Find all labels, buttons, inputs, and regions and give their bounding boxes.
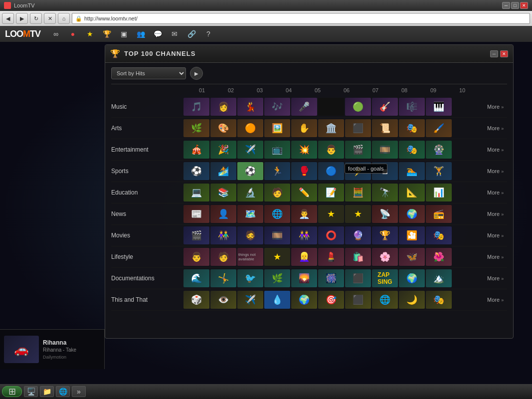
thumb-that-9[interactable]: 🌙 [399,291,425,309]
chat-icon[interactable]: 💬 [151,27,164,40]
address-bar[interactable]: 🔒 http://www.loomtv.net/ [72,13,530,24]
thumb-ent-3[interactable]: ✈️ [237,141,263,159]
screen-icon[interactable]: ▣ [117,27,130,40]
thumb-arts-6[interactable]: 🏛️ [318,119,344,137]
thumb-that-1[interactable]: 🎲 [183,291,209,309]
thumb-life-3[interactable]: things not available [237,248,263,266]
thumb-doc-6[interactable]: 🎆 [318,269,344,287]
thumb-edu-7[interactable]: 🧮 [345,184,371,201]
thumb-that-10[interactable]: 🎭 [426,291,452,309]
play-button[interactable]: ▶ [190,67,203,80]
link-icon[interactable]: 🔗 [185,27,198,40]
thumb-edu-6[interactable]: 📝 [318,184,344,201]
thumb-mov-3[interactable]: 🧔 [237,226,263,244]
thumb-doc-8[interactable]: ZAPSING [372,269,398,287]
thumb-edu-3[interactable]: 🔬 [237,184,263,201]
forward-button[interactable]: ▶ [16,13,28,24]
thumb-doc-4[interactable]: 🌿 [264,269,290,287]
thumb-ent-1[interactable]: 🎪 [183,141,209,159]
thumb-that-4[interactable]: 💧 [264,291,290,309]
thumb-life-2[interactable]: 🧑 [210,248,236,266]
thumb-news-7[interactable]: ★ [345,205,371,223]
thumb-life-7[interactable]: 🛍️ [345,248,371,266]
thumb-ent-6[interactable]: 👨 [318,141,344,159]
thumb-news-4[interactable]: 🌐 [264,205,290,223]
thumb-news-5[interactable]: 👨‍💼 [291,205,317,223]
stop-button[interactable]: ✕ [44,13,56,24]
music-more-link[interactable]: More » [487,104,507,110]
close-button[interactable]: ✕ [520,2,528,9]
movies-more-link[interactable]: More » [487,232,507,238]
thumb-news-1[interactable]: 📰 [183,205,209,223]
thumb-ent-5[interactable]: 💥 [291,141,317,159]
thumb-edu-10[interactable]: 📊 [426,184,452,201]
thumb-news-8[interactable]: 📡 [372,205,398,223]
thumb-sports-4[interactable]: 🏃 [264,162,290,180]
thumb-mov-4[interactable]: 🎞️ [264,226,290,244]
thumb-edu-2[interactable]: 📚 [210,184,236,201]
thumb-that-6[interactable]: 🎯 [318,291,344,309]
record-icon[interactable]: ● [66,27,79,40]
thumb-edu-1[interactable]: 💻 [183,184,209,201]
thumb-life-8[interactable]: 🌸 [372,248,398,266]
thumb-doc-9[interactable]: 🌍 [399,269,425,287]
thumb-doc-3[interactable]: 🐦 [237,269,263,287]
panel-minimize-button[interactable]: ─ [490,50,498,57]
thumb-mov-5[interactable]: 👭 [291,226,317,244]
thumb-sports-6[interactable]: 🔵 [318,162,344,180]
thumb-mov-7[interactable]: 🔮 [345,226,371,244]
thumb-life-9[interactable]: 🦋 [399,248,425,266]
thumb-life-1[interactable]: 👨 [183,248,209,266]
thumb-ent-8[interactable]: 🎞️ [372,141,398,159]
taskbar-app-3[interactable]: 🌐 [56,386,70,397]
thumb-arts-9[interactable]: 🎭 [399,119,425,137]
thumb-mov-9[interactable]: 🎦 [399,226,425,244]
thumb-music-1[interactable]: 🎵 [183,98,209,116]
thumb-sports-10[interactable]: 🏋️ [426,162,452,180]
thumb-arts-5[interactable]: ✋ [291,119,317,137]
player-thumbnail[interactable]: 🚗 [4,336,39,363]
thumb-ent-7[interactable]: 🎬 [345,141,371,159]
thumb-music-8[interactable]: 🎸 [372,98,398,116]
thumb-doc-2[interactable]: 🤸 [210,269,236,287]
mail-icon[interactable]: ✉ [168,27,181,40]
news-more-link[interactable]: More » [487,211,507,217]
restore-button[interactable]: □ [511,2,519,9]
thumb-news-2[interactable]: 👤 [210,205,236,223]
lifestyle-more-link[interactable]: More » [487,254,507,260]
thumb-music-4[interactable]: 🎶 [264,98,290,116]
thumb-edu-5[interactable]: ✏️ [291,184,317,201]
trophy-icon[interactable]: 🏆 [100,27,113,40]
thumb-that-2[interactable]: 👁️ [210,291,236,309]
thumb-life-5[interactable]: 👱‍♀️ [291,248,317,266]
thumb-doc-10[interactable]: 🏔️ [426,269,452,287]
star-icon[interactable]: ★ [83,27,96,40]
entertainment-more-link[interactable]: More » [487,147,507,153]
panel-close-button[interactable]: ✕ [500,50,508,57]
thumb-edu-9[interactable]: 📐 [399,184,425,201]
users-icon[interactable]: 👥 [134,27,147,40]
thumb-arts-1[interactable]: 🌿 [183,119,209,137]
infinity-icon[interactable]: ∞ [49,27,62,40]
taskbar-more[interactable]: » [72,386,86,397]
minimize-button[interactable]: ─ [502,2,510,9]
thumb-ent-9[interactable]: 🎭 [399,141,425,159]
arts-more-link[interactable]: More » [487,125,507,131]
taskbar-app-2[interactable]: 📁 [40,386,54,397]
thumb-arts-7[interactable]: ⬛ [345,119,371,137]
taskbar-app-1[interactable]: 🖥️ [24,386,38,397]
thumb-edu-4[interactable]: 🧑 [264,184,290,201]
sports-more-link[interactable]: More » [487,168,507,174]
thumb-sports-5[interactable]: 🥊 [291,162,317,180]
thumb-arts-2[interactable]: 🎨 [210,119,236,137]
thumb-music-3[interactable]: 💃 [237,98,263,116]
thumb-edu-8[interactable]: 🔭 [372,184,398,201]
thumb-music-10[interactable]: 🎹 [426,98,452,116]
thumb-life-6[interactable]: 💄 [318,248,344,266]
thumb-mov-8[interactable]: 🏆 [372,226,398,244]
thumb-music-7[interactable]: 🟢 [345,98,371,116]
thumb-music-9[interactable]: 🎼 [399,98,425,116]
thumb-ent-2[interactable]: 🎉 [210,141,236,159]
thumb-sports-3[interactable]: ⚽ [237,162,263,180]
thumb-life-4[interactable]: ★ [264,248,290,266]
